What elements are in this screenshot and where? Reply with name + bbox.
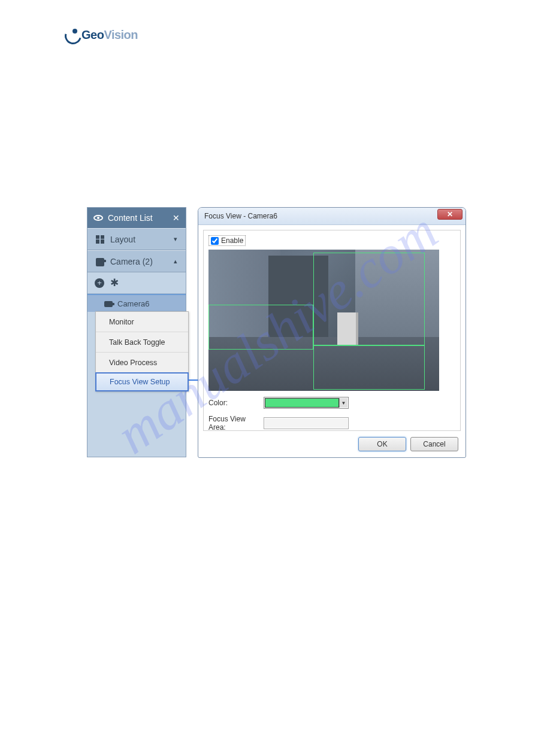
ok-label: OK [377, 440, 387, 448]
eye-icon [93, 215, 103, 221]
camera-item-camera6[interactable]: Camera6 [87, 294, 186, 312]
brand-name-part1: Geo [81, 28, 104, 41]
dialog-title-text: Focus View - Camera6 [204, 212, 277, 220]
focus-view-dialog: Focus View - Camera6 ✕ Enable [198, 207, 466, 458]
camera-preview[interactable] [208, 250, 439, 391]
menu-item-focus-view-setup[interactable]: Focus View Setup [95, 372, 189, 391]
brand-name-part2: Vision [104, 28, 138, 41]
focus-rect[interactable] [208, 305, 313, 350]
camera-section[interactable]: Camera (2) ▴ [87, 250, 186, 272]
content-list-title: Content List [108, 213, 153, 223]
enable-checkbox-row[interactable]: Enable [208, 235, 246, 246]
dialog-button-row: OK Cancel [358, 437, 458, 451]
content-list-toolbar: + [87, 272, 186, 294]
color-label: Color: [208, 399, 264, 407]
camera-item-label: Camera6 [117, 299, 149, 308]
cancel-button[interactable]: Cancel [410, 437, 458, 451]
add-button[interactable]: + [95, 278, 104, 288]
gear-icon[interactable] [111, 279, 120, 287]
dialog-close-button[interactable]: ✕ [437, 209, 463, 220]
grid-icon [96, 235, 104, 244]
color-picker[interactable]: ▼ [264, 397, 349, 409]
enable-label: Enable [221, 236, 243, 245]
menu-item-talkback[interactable]: Talk Back Toggle [96, 332, 188, 353]
chevron-down-icon[interactable]: ▼ [339, 398, 347, 408]
chevron-down-icon: ▾ [174, 235, 177, 243]
brand-name: GeoVision [81, 28, 138, 42]
enable-checkbox[interactable] [211, 237, 219, 245]
focus-view-area-row: Focus View Area: [208, 415, 455, 432]
content-list-header: Content List ✕ [87, 208, 186, 228]
menu-label: Focus View Setup [110, 378, 170, 386]
camera-icon [96, 258, 104, 266]
brand-logo: GeoVision [65, 28, 138, 42]
layout-label: Layout [110, 235, 135, 244]
menu-label: Monitor [109, 318, 134, 326]
menu-item-monitor[interactable]: Monitor [96, 312, 188, 332]
dialog-titlebar: Focus View - Camera6 ✕ [198, 208, 466, 225]
cancel-label: Cancel [423, 440, 445, 448]
close-icon[interactable]: ✕ [173, 213, 180, 223]
menu-item-video-process[interactable]: Video Process [96, 353, 188, 373]
focus-rect[interactable] [313, 253, 425, 345]
color-swatch [265, 398, 339, 408]
camera-icon [104, 301, 113, 307]
menu-label: Video Process [109, 359, 157, 367]
color-row: Color: ▼ [208, 397, 455, 409]
chevron-up-icon: ▴ [174, 257, 177, 265]
context-menu: Monitor Talk Back Toggle Video Process F… [95, 311, 189, 391]
menu-label: Talk Back Toggle [109, 338, 165, 347]
focus-view-area-input[interactable] [264, 417, 349, 429]
layout-section[interactable]: Layout ▾ [87, 228, 186, 250]
dialog-body: Enable Color: ▼ [203, 230, 461, 431]
focus-view-area-label: Focus View Area: [208, 415, 264, 432]
camera-section-label: Camera (2) [110, 257, 153, 266]
ok-button[interactable]: OK [358, 437, 406, 451]
focus-rect[interactable] [313, 345, 425, 390]
logo-icon [65, 28, 79, 42]
